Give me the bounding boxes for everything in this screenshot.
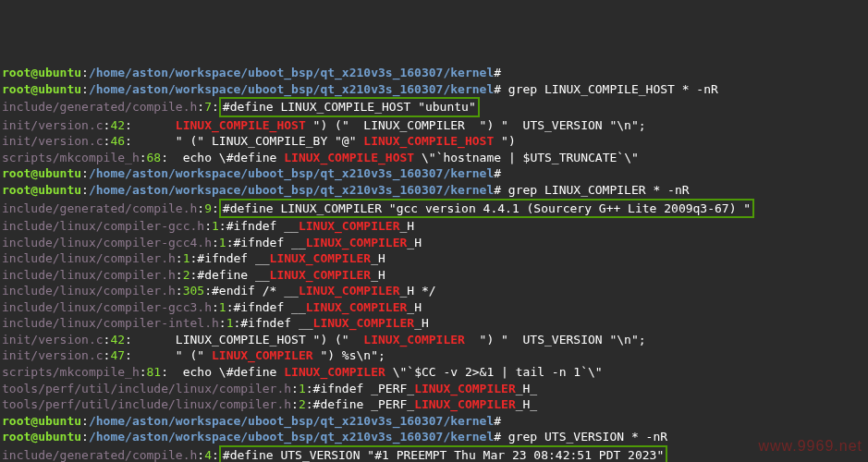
terminal-line: include/generated/compile.h:4:#define UT… [2, 445, 866, 462]
terminal-line: init/version.c:42: LINUX_COMPILE_HOST ")… [2, 117, 866, 134]
terminal-seg-filename: tools/perf/util/include/linux/compiler.h [2, 382, 291, 395]
terminal-seg-white: ") %s\n"; [313, 348, 385, 362]
terminal-seg-white: : [291, 382, 299, 395]
terminal-seg-white: # [494, 66, 501, 79]
terminal-seg-filename: include/generated/compile.h [2, 201, 197, 215]
terminal-seg-hl: LINUX_COMPILER [306, 300, 408, 314]
terminal-line: init/version.c:46: " (" LINUX_COMPILE_BY… [2, 133, 866, 150]
terminal-seg-white: _H [407, 236, 422, 249]
terminal-seg-prompt-user: root@ubuntu [2, 66, 81, 79]
terminal-seg-white: : [81, 414, 89, 428]
terminal-seg-white: : [125, 118, 176, 132]
terminal-seg-hl: LINUX_COMPILE_HOST [176, 118, 306, 132]
terminal-seg-filename: include/generated/compile.h [2, 448, 197, 462]
terminal-seg-prompt-user: root@ubuntu [2, 430, 81, 444]
terminal-seg-linenum: 81 [147, 365, 162, 379]
terminal-seg-linenum: 42 [110, 333, 125, 346]
terminal-seg-white: _H [407, 300, 422, 314]
terminal-seg-filename: include/linux/compiler.h [2, 268, 176, 282]
terminal-line: include/linux/compiler-intel.h:1:#ifndef… [2, 315, 866, 332]
terminal-seg-hl: LINUX_COMPILER [313, 316, 415, 330]
terminal-seg-linenum: 4 [204, 448, 212, 462]
terminal-seg-white: _H_ [516, 397, 537, 411]
terminal-seg-white: : [219, 316, 226, 330]
terminal-seg-white: : [197, 100, 204, 114]
terminal-line: include/generated/compile.h:7:#define LI… [2, 97, 866, 117]
terminal-seg-white: :#ifndef __ [226, 236, 306, 249]
terminal-line: include/linux/compiler.h:305:#endif /* _… [2, 283, 866, 299]
terminal-seg-hl: LINUX_COMPILER [212, 348, 313, 362]
terminal-seg-white: # grep LINUX_COMPILE_HOST * -nR [494, 82, 718, 96]
terminal-seg-boxed: #define UTS_VERSION "#1 PREEMPT Thu Mar … [219, 445, 667, 462]
terminal-seg-white: :#ifndef __ [233, 316, 312, 330]
terminal-seg-filename: init/version.c [2, 333, 104, 346]
terminal-line: init/version.c:42: LINUX_COMPILE_HOST ")… [2, 332, 866, 348]
terminal-seg-hl: LINUX_COMPILER [284, 365, 385, 379]
terminal-seg-linenum: 68 [147, 151, 162, 164]
terminal-seg-hl: LINUX_COMPILER [414, 382, 516, 395]
terminal-seg-white: :#define _PERF_ [306, 397, 414, 411]
terminal-line: include/linux/compiler.h:2:#define __LIN… [2, 267, 866, 284]
terminal-seg-white: # [494, 414, 501, 428]
terminal-seg-white: : [291, 397, 299, 411]
terminal-line: include/linux/compiler.h:1:#ifndef __LIN… [2, 250, 866, 267]
terminal-seg-hl: LINUX_COMPILER [270, 268, 372, 282]
terminal-seg-white: ") " UTS_VERSION "\n"; [465, 333, 646, 346]
terminal-seg-hl: LINUX_COMPILER [306, 236, 408, 249]
terminal-seg-white: : [212, 100, 219, 114]
terminal-seg-filename: include/linux/compiler-gcc.h [2, 219, 204, 233]
terminal-seg-white: :#endif /* __ [204, 284, 299, 298]
terminal-line: root@ubuntu:/home/aston/workspace/uboot_… [2, 413, 866, 430]
terminal-seg-prompt-path: /home/aston/workspace/uboot_bsp/qt_x210v… [89, 414, 494, 428]
terminal-seg-hl: LINUX_COMPILER [363, 333, 465, 346]
terminal-line: include/linux/compiler-gcc4.h:1:#ifndef … [2, 235, 866, 251]
terminal-seg-white: : [81, 66, 89, 79]
terminal-seg-white: : [204, 219, 212, 233]
terminal-line: scripts/mkcompile_h:81: echo \#define LI… [2, 364, 866, 381]
terminal-seg-white: : LINUX_COMPILE_HOST ") (" [125, 333, 363, 346]
terminal-seg-hl: LINUX_COMPILER [299, 284, 400, 298]
terminal-seg-boxed: #define LINUX_COMPILE_HOST "ubuntu" [219, 97, 480, 117]
terminal-seg-linenum: 305 [183, 284, 204, 298]
terminal-seg-white: : [140, 151, 147, 164]
terminal-seg-prompt-path: /home/aston/workspace/uboot_bsp/qt_x210v… [89, 430, 494, 444]
terminal-seg-filename: init/version.c [2, 134, 104, 148]
terminal-seg-prompt-path: /home/aston/workspace/uboot_bsp/qt_x210v… [89, 183, 494, 197]
terminal-seg-white: :#ifndef __ [226, 300, 306, 314]
terminal-seg-white: : " (" [125, 348, 212, 362]
terminal-seg-white: _H [371, 268, 385, 282]
terminal-seg-prompt-user: root@ubuntu [2, 82, 81, 96]
terminal-seg-linenum: 1 [299, 382, 306, 395]
terminal-seg-prompt-user: root@ubuntu [2, 166, 81, 180]
terminal-seg-white: :#ifndef _PERF_ [306, 382, 414, 395]
terminal-seg-white: : echo \#define [161, 151, 284, 164]
terminal-seg-white: # [494, 166, 501, 180]
terminal-seg-filename: include/linux/compiler-gcc3.h [2, 300, 212, 314]
terminal-seg-white: :#define __ [190, 268, 270, 282]
terminal-seg-hl: LINUX_COMPILER [299, 219, 400, 233]
terminal-seg-linenum: 2 [299, 397, 306, 411]
terminal-line: include/generated/compile.h:9:#define LI… [2, 199, 866, 219]
terminal-seg-filename: include/linux/compiler.h [2, 251, 176, 265]
terminal-seg-white: : [81, 183, 89, 197]
terminal-seg-linenum: 2 [183, 268, 190, 282]
terminal-seg-white: _H */ [399, 284, 435, 298]
terminal-seg-white: _H_ [516, 382, 537, 395]
terminal-seg-white: : [212, 201, 219, 215]
terminal-seg-white: :#ifndef __ [190, 251, 270, 265]
terminal-seg-filename: scripts/mkcompile_h [2, 365, 140, 379]
terminal-seg-white: : [212, 448, 219, 462]
terminal-seg-prompt-user: root@ubuntu [2, 414, 81, 428]
terminal-seg-prompt-path: /home/aston/workspace/uboot_bsp/qt_x210v… [89, 66, 494, 79]
terminal-output[interactable]: root@ubuntu:/home/aston/workspace/uboot_… [2, 65, 866, 462]
terminal-line: include/linux/compiler-gcc3.h:1:#ifndef … [2, 299, 866, 316]
terminal-seg-filename: include/linux/compiler.h [2, 284, 176, 298]
terminal-seg-filename: init/version.c [2, 348, 104, 362]
terminal-line: root@ubuntu:/home/aston/workspace/uboot_… [2, 165, 866, 182]
terminal-seg-white: : [176, 284, 183, 298]
terminal-line: tools/perf/util/include/linux/compiler.h… [2, 381, 866, 397]
terminal-seg-white: ") [494, 134, 515, 148]
terminal-seg-linenum: 46 [110, 134, 125, 148]
watermark-text: www.9969.net [758, 436, 862, 456]
terminal-line: tools/perf/util/include/linux/compiler.h… [2, 396, 866, 413]
